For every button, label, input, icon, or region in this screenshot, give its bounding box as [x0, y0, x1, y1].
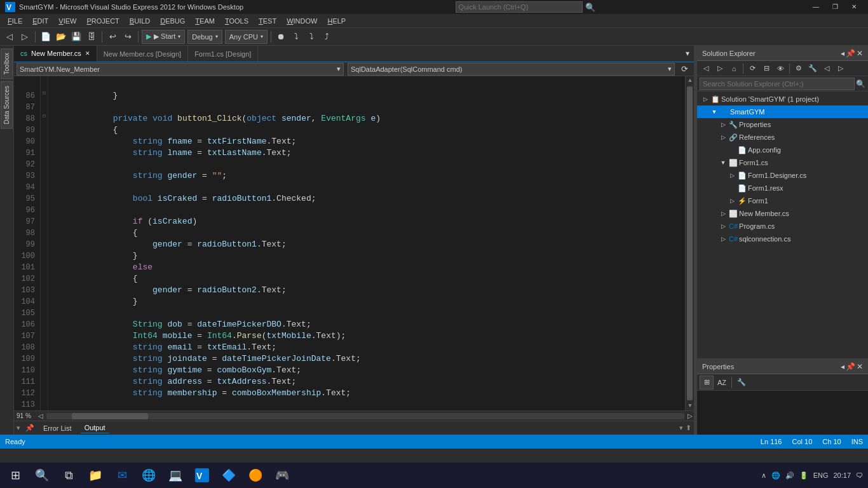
start-button[interactable]: ⊞ [3, 464, 28, 487]
se-close-btn[interactable]: ✕ [857, 49, 863, 58]
se-collapse-all[interactable]: ⊟ [760, 62, 773, 75]
se-refresh[interactable]: ⟳ [746, 62, 759, 75]
vertical-scrollbar[interactable]: ▲ ▼ [685, 76, 694, 410]
notification-btn[interactable]: 🗨 [856, 471, 863, 479]
tab-new-member-design[interactable]: New Member.cs [Design] [97, 46, 188, 62]
menu-window[interactable]: WINDOW [281, 14, 322, 28]
expand-form1[interactable]: ▷ [728, 198, 736, 204]
menu-tools[interactable]: TOOLS [220, 14, 254, 28]
horizontal-scrollbar[interactable] [46, 413, 684, 419]
menu-file[interactable]: FILE [3, 14, 27, 28]
se-collapse-btn[interactable]: ◂ [841, 49, 844, 58]
tree-form1designer[interactable]: ▷ 📄 Form1.Designer.cs [697, 169, 868, 182]
code-content[interactable]: } private void button1_Click(object send… [48, 76, 685, 410]
se-properties[interactable]: 🔧 [806, 62, 819, 75]
prop-close-btn[interactable]: ✕ [857, 362, 863, 371]
toolbar-redo[interactable]: ↪ [121, 30, 135, 44]
se-pin-btn[interactable]: 📌 [846, 49, 855, 58]
tree-programcs[interactable]: ▷ C# Program.cs [697, 220, 868, 233]
tab-error-list[interactable]: Error List [39, 423, 76, 433]
menu-team[interactable]: TEAM [190, 14, 220, 28]
tab-overflow-btn[interactable]: ▾ [681, 46, 694, 62]
minimize-button[interactable]: — [807, 0, 825, 14]
menu-edit[interactable]: EDIT [27, 14, 53, 28]
toolbar-back[interactable]: ◁ [3, 30, 17, 44]
expand-sqlconnectioncs[interactable]: ▷ [719, 236, 728, 242]
expand-smartgym[interactable]: ▼ [710, 109, 719, 115]
tab-output[interactable]: Output [81, 423, 109, 433]
output-btn1[interactable]: ▾ [679, 424, 683, 432]
clock[interactable]: 20:17 [833, 471, 851, 479]
tree-properties[interactable]: ▷ 🔧 Properties [697, 118, 868, 131]
toolbox-tab[interactable]: Toolbox [1, 48, 13, 79]
expand-references[interactable]: ▷ [719, 134, 728, 140]
se-next-nav[interactable]: ▷ [834, 62, 847, 75]
taskview-button[interactable]: ⧉ [56, 464, 81, 487]
tab-new-member-cs[interactable]: cs New Member.cs ✕ [14, 46, 97, 62]
edge-button[interactable]: 🌐 [136, 464, 161, 487]
maximize-button[interactable]: ❐ [826, 0, 844, 14]
toolbar-step-into[interactable]: ⤵ [305, 30, 319, 44]
collapse-output-btn[interactable]: ▾ [17, 424, 20, 432]
start-dropdown[interactable]: ▶ ▶ Start ▾ [142, 30, 185, 44]
tree-form1cs[interactable]: ▼ ⬜ Form1.cs [697, 156, 868, 169]
speaker-icon[interactable]: 🔊 [785, 471, 794, 480]
vs2-button[interactable]: 🔷 [216, 464, 241, 487]
expand-form1designer[interactable]: ▷ [728, 172, 736, 179]
menu-project[interactable]: PROJECT [81, 14, 124, 28]
toolbar-undo[interactable]: ↩ [105, 30, 119, 44]
zoom-increase[interactable]: ▷ [686, 412, 694, 419]
menu-build[interactable]: BUILD [125, 14, 155, 28]
tree-solution[interactable]: ▷ 📋 Solution 'SmartGYM' (1 project) [697, 93, 868, 105]
menu-test[interactable]: TEST [254, 14, 281, 28]
class-dropdown[interactable]: SmartGYM.New_Member ▾ [17, 63, 344, 76]
tree-form1[interactable]: ▷ ⚡ Form1 [697, 194, 868, 207]
search-button[interactable]: 🔍 [29, 464, 55, 487]
vs-button[interactable]: V [189, 464, 215, 487]
se-forward[interactable]: ▷ [714, 62, 726, 75]
prop-alpha-btn[interactable]: AZ [715, 376, 729, 390]
se-show-all[interactable]: 👁 [774, 62, 787, 75]
scroll-up-btn[interactable]: ▲ [686, 76, 694, 85]
quick-launch-input[interactable] [456, 1, 583, 13]
se-home[interactable]: ⌂ [728, 62, 740, 75]
toolbar-save[interactable]: 💾 [69, 30, 83, 44]
zoom-decrease[interactable]: ◁ [37, 412, 44, 419]
toolbar-step-over[interactable]: ⤵ [290, 30, 304, 44]
tree-appconfig[interactable]: 📄 App.config [697, 144, 868, 156]
prop-wrench-btn[interactable]: 🔧 [735, 376, 749, 390]
toolbar-new[interactable]: 📄 [39, 30, 53, 44]
prop-category-btn[interactable]: ⊞ [700, 376, 714, 390]
expand-properties[interactable]: ▷ [719, 121, 728, 128]
toolbar-open[interactable]: 📂 [54, 30, 68, 44]
menu-help[interactable]: HELP [322, 14, 351, 28]
app-button[interactable]: 🟠 [243, 464, 268, 487]
debug-dropdown[interactable]: Debug ▾ [187, 30, 222, 44]
output-btn2[interactable]: ⬆ [686, 424, 691, 432]
close-button[interactable]: ✕ [845, 0, 863, 14]
se-filter[interactable]: ⚙ [792, 62, 805, 75]
toolbar-forward[interactable]: ▷ [18, 30, 32, 44]
method-dropdown[interactable]: SqlDataAdapter(SqlCommand cmd) ▾ [348, 63, 675, 76]
tree-smartgym[interactable]: ▼ C# SmartGYM [697, 105, 868, 118]
tree-references[interactable]: ▷ 🔗 References [697, 131, 868, 144]
prop-collapse-btn[interactable]: ◂ [841, 362, 844, 371]
system-tray-chevron[interactable]: ∧ [761, 471, 766, 480]
tab-form1-design[interactable]: Form1.cs [Design] [188, 46, 258, 62]
toolbar-breakpoint[interactable]: ⏺ [275, 30, 288, 44]
nav-sync[interactable]: ⟳ [677, 62, 691, 76]
network-icon[interactable]: 🌐 [771, 471, 780, 480]
tab-close-0[interactable]: ✕ [85, 50, 90, 57]
cpu-dropdown[interactable]: Any CPU ▾ [225, 30, 268, 44]
scroll-thumb[interactable] [687, 86, 693, 400]
menu-debug[interactable]: DEBUG [155, 14, 190, 28]
scroll-down-btn[interactable]: ▼ [686, 402, 694, 410]
tree-form1resx[interactable]: 📄 Form1.resx [697, 182, 868, 194]
tree-sqlconnectioncs[interactable]: ▷ C# sqlconnection.cs [697, 233, 868, 245]
se-prev-nav[interactable]: ◁ [820, 62, 833, 75]
prop-pin-btn[interactable]: 📌 [846, 362, 855, 371]
se-search-input[interactable] [700, 78, 855, 90]
expand-newmembercs[interactable]: ▷ [719, 210, 728, 217]
pin-output-btn[interactable]: 📌 [25, 424, 34, 432]
toolbar-saveall[interactable]: 🗄 [85, 30, 98, 44]
